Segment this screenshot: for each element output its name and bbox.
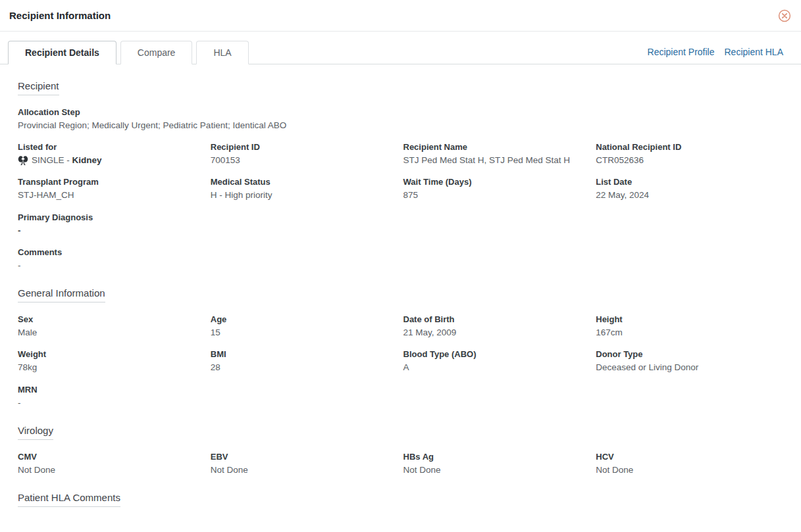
- national-recipient-id-label: National Recipient ID: [596, 142, 783, 152]
- recipient-id-value: 700153: [211, 155, 398, 166]
- tab-bar: Recipient Details Compare HLA Recipient …: [0, 32, 801, 64]
- listed-for-label: Listed for: [18, 142, 205, 152]
- section-general-information: General Information Sex Male Age 15 Date…: [18, 287, 783, 409]
- mrn-value: -: [18, 397, 783, 409]
- section-heading-recipient: Recipient: [18, 80, 59, 95]
- field-hbs-ag: HBs Ag Not Done: [403, 452, 591, 476]
- row-primary-diagnosis: Primary Diagnosis -: [18, 212, 783, 237]
- cmv-label: CMV: [18, 452, 205, 462]
- hcv-value: Not Done: [596, 464, 783, 476]
- field-national-recipient-id: National Recipient ID CTR052636: [596, 142, 783, 166]
- field-transplant-program: Transplant Program STJ-HAM_CH: [18, 177, 205, 201]
- sex-label: Sex: [18, 314, 205, 324]
- section-heading-general-information: General Information: [18, 287, 105, 302]
- donor-type-value: Deceased or Living Donor: [596, 362, 783, 374]
- listed-for-organ: Kidney: [72, 155, 102, 165]
- recipient-details-content: Recipient Allocation Step Provincial Reg…: [0, 64, 801, 532]
- weight-value: 78kg: [18, 362, 205, 374]
- close-icon: [778, 9, 791, 22]
- field-ebv: EBV Not Done: [211, 452, 398, 476]
- field-sex: Sex Male: [18, 314, 205, 339]
- field-comments: Comments -: [18, 247, 783, 272]
- recipient-information-panel: Recipient Information Recipient Details …: [0, 0, 801, 532]
- page-title: Recipient Information: [9, 10, 111, 21]
- primary-diagnosis-value: -: [18, 225, 783, 237]
- recipient-hla-link[interactable]: Recipient HLA: [725, 47, 784, 57]
- row-comments: Comments -: [18, 247, 783, 272]
- donor-type-label: Donor Type: [596, 349, 783, 359]
- recipient-profile-link[interactable]: Recipient Profile: [648, 47, 715, 57]
- field-donor-type: Donor Type Deceased or Living Donor: [596, 349, 783, 374]
- recipient-id-label: Recipient ID: [211, 142, 398, 152]
- allocation-step-label: Allocation Step: [18, 107, 783, 117]
- tabs: Recipient Details Compare HLA: [8, 41, 249, 64]
- transplant-program-label: Transplant Program: [18, 177, 205, 187]
- close-button[interactable]: [777, 9, 792, 23]
- section-virology: Virology CMV Not Done EBV Not Done HBs A…: [18, 425, 783, 476]
- ebv-value: Not Done: [211, 464, 398, 476]
- blood-type-label: Blood Type (ABO): [403, 349, 591, 359]
- listed-for-value: SINGLE - Kidney: [18, 155, 205, 166]
- primary-diagnosis-label: Primary Diagnosis: [18, 212, 783, 222]
- field-height: Height 167cm: [596, 314, 783, 339]
- bmi-label: BMI: [211, 349, 398, 359]
- height-value: 167cm: [596, 327, 783, 339]
- field-cmv: CMV Not Done: [18, 452, 205, 476]
- field-list-date: List Date 22 May, 2024: [596, 177, 783, 201]
- field-listed-for: Listed for: [18, 142, 205, 166]
- section-recipient: Recipient Allocation Step Provincial Reg…: [18, 80, 783, 272]
- recipient-name-label: Recipient Name: [403, 142, 591, 152]
- field-hcv: HCV Not Done: [596, 452, 783, 476]
- field-date-of-birth: Date of Birth 21 May, 2009: [403, 314, 591, 339]
- row-demographics-1: Sex Male Age 15 Date of Birth 21 May, 20…: [18, 314, 783, 339]
- mrn-label: MRN: [18, 385, 783, 395]
- ebv-label: EBV: [211, 452, 398, 462]
- cmv-value: Not Done: [18, 464, 205, 476]
- national-recipient-id-value: CTR052636: [596, 155, 783, 166]
- row-demographics-2: Weight 78kg BMI 28 Blood Type (ABO) A Do…: [18, 349, 783, 374]
- allocation-step-value: Provincial Region; Medically Urgent; Ped…: [18, 120, 783, 132]
- medical-status-value: H - High priority: [211, 189, 398, 201]
- field-allocation-step: Allocation Step Provincial Region; Medic…: [18, 107, 783, 132]
- row-allocation-step: Allocation Step Provincial Region; Medic…: [18, 107, 783, 132]
- hbs-ag-label: HBs Ag: [403, 452, 591, 462]
- section-heading-virology: Virology: [18, 425, 53, 440]
- date-of-birth-label: Date of Birth: [403, 314, 591, 324]
- row-listing: Listed for: [18, 142, 783, 166]
- field-recipient-id: Recipient ID 700153: [211, 142, 398, 166]
- tab-hla[interactable]: HLA: [196, 41, 248, 64]
- field-blood-type: Blood Type (ABO) A: [403, 349, 591, 374]
- field-bmi: BMI 28: [211, 349, 398, 374]
- field-medical-status: Medical Status H - High priority: [211, 177, 398, 201]
- list-date-label: List Date: [596, 177, 783, 187]
- field-age: Age 15: [211, 314, 398, 339]
- tab-recipient-details[interactable]: Recipient Details: [8, 41, 116, 64]
- age-label: Age: [211, 314, 398, 324]
- panel-header: Recipient Information: [0, 0, 801, 32]
- header-links: Recipient Profile Recipient HLA: [648, 47, 783, 64]
- listed-for-text: SINGLE - Kidney: [32, 155, 102, 166]
- comments-label: Comments: [18, 247, 783, 257]
- hcv-label: HCV: [596, 452, 783, 462]
- medical-status-label: Medical Status: [211, 177, 398, 187]
- bmi-value: 28: [211, 362, 398, 374]
- row-mrn: MRN -: [18, 385, 783, 409]
- weight-label: Weight: [18, 349, 205, 359]
- height-label: Height: [596, 314, 783, 324]
- blood-type-value: A: [403, 362, 591, 374]
- age-value: 15: [211, 327, 398, 339]
- field-wait-time: Wait Time (Days) 875: [403, 177, 591, 201]
- recipient-name-value: STJ Ped Med Stat H, STJ Ped Med Stat H: [403, 155, 591, 166]
- list-date-value: 22 May, 2024: [596, 189, 783, 201]
- sex-value: Male: [18, 327, 205, 339]
- kidney-icon: [18, 156, 28, 166]
- section-heading-patient-hla-comments: Patient HLA Comments: [18, 492, 120, 507]
- section-patient-hla-comments: Patient HLA Comments -: [18, 492, 783, 532]
- field-recipient-name: Recipient Name STJ Ped Med Stat H, STJ P…: [403, 142, 591, 166]
- field-mrn: MRN -: [18, 385, 783, 409]
- row-virology: CMV Not Done EBV Not Done HBs Ag Not Don…: [18, 452, 783, 476]
- field-weight: Weight 78kg: [18, 349, 205, 374]
- date-of-birth-value: 21 May, 2009: [403, 327, 591, 339]
- row-program: Transplant Program STJ-HAM_CH Medical St…: [18, 177, 783, 201]
- tab-compare[interactable]: Compare: [120, 41, 193, 64]
